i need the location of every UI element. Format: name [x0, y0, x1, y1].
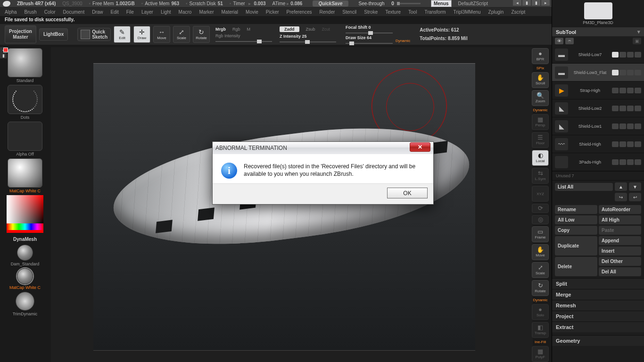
- see-through-slider[interactable]: See-through 0: [359, 1, 421, 6]
- lsym-button[interactable]: ⇆L.Sym: [532, 168, 549, 184]
- m-toggle[interactable]: M: [247, 27, 251, 32]
- shelf-prev-icon[interactable]: ◂: [513, 0, 521, 6]
- alpha-thumbnail[interactable]: [8, 122, 42, 151]
- draw-size-slider[interactable]: [346, 43, 393, 44]
- z-intensity-slider[interactable]: [280, 41, 336, 42]
- move-down-icon[interactable]: ▼: [629, 182, 641, 191]
- shelf-bar-icon[interactable]: ▮: [522, 0, 531, 6]
- menu-material[interactable]: Material: [222, 9, 239, 15]
- rotate-nav-button[interactable]: ↻Rotate: [532, 280, 549, 296]
- bpr-button[interactable]: ●BPR: [532, 48, 549, 64]
- menus-toggle[interactable]: Menus: [431, 0, 452, 7]
- focal-shift-slider[interactable]: [346, 33, 393, 33]
- menu-marker[interactable]: Marker: [199, 9, 214, 15]
- move-mode-button[interactable]: ↔Move: [153, 26, 170, 43]
- brush-thumbnail[interactable]: [8, 48, 42, 77]
- paste-button[interactable]: Paste: [599, 226, 641, 235]
- rename-button[interactable]: Rename: [555, 205, 597, 214]
- zadd-toggle[interactable]: Zadd: [280, 26, 299, 32]
- canvas-area[interactable]: [51, 47, 533, 362]
- menu-preferences[interactable]: Preferences: [287, 9, 312, 15]
- scale-nav-button[interactable]: ⤢Scale: [532, 262, 549, 278]
- scale-mode-button[interactable]: ⤢Scale: [173, 26, 190, 43]
- all-high-button[interactable]: All High: [599, 215, 641, 224]
- transp-button[interactable]: ◧Transp: [532, 322, 549, 338]
- matcap2-thumbnail[interactable]: [17, 268, 33, 284]
- draw-mode-button[interactable]: ✛Draw: [133, 26, 150, 43]
- frame-button[interactable]: ▭Frame: [532, 226, 549, 242]
- menu-zscript[interactable]: Zscript: [511, 9, 525, 15]
- menu-layer[interactable]: Layer: [141, 9, 153, 15]
- subtool-header[interactable]: SubTool▾: [552, 27, 644, 36]
- project-section[interactable]: Project: [552, 311, 644, 321]
- del-all-button[interactable]: Del All: [599, 267, 641, 276]
- projection-master-button[interactable]: Projection Master: [5, 25, 36, 43]
- stroke-thumbnail[interactable]: [8, 85, 42, 114]
- xyz-button[interactable]: XYZ: [532, 186, 549, 202]
- menu-alpha[interactable]: Alpha: [5, 9, 17, 15]
- menu-tripl3m[interactable]: Tripl3MMenu: [454, 9, 481, 15]
- solo-button[interactable]: ●Solo: [532, 304, 549, 320]
- subtool-row[interactable]: 3Pads-High: [552, 153, 644, 171]
- subtool-row[interactable]: ◣Shield-Low1: [552, 117, 644, 135]
- menu-edit[interactable]: Edit: [111, 9, 119, 15]
- move-nav-button[interactable]: ✋Move: [532, 244, 549, 260]
- subtool-row[interactable]: 〰Shield-High: [552, 135, 644, 153]
- document-frame[interactable]: [93, 63, 475, 351]
- subtool-row[interactable]: ▬Shield-Low7: [552, 46, 644, 64]
- mrgb-toggle[interactable]: Mrgb: [215, 27, 226, 32]
- menu-stencil[interactable]: Stencil: [342, 9, 356, 15]
- default-zscript[interactable]: DefaultZScript: [458, 1, 488, 6]
- menu-document[interactable]: Document: [63, 9, 85, 15]
- extract-section[interactable]: Extract: [552, 321, 644, 332]
- polyf-button[interactable]: ▦PolyF: [532, 346, 549, 362]
- draw-size-label[interactable]: Draw Size 64: [346, 35, 393, 40]
- collapse-icon[interactable]: ▾: [637, 29, 640, 35]
- copy-button[interactable]: Copy: [555, 226, 597, 235]
- subtool-row[interactable]: ◣Shield-Low2: [552, 99, 644, 117]
- local-button[interactable]: ◐Local: [532, 150, 549, 166]
- delete-button[interactable]: Delete: [555, 257, 597, 276]
- dialog-ok-button[interactable]: OK: [387, 188, 428, 198]
- duplicate-button[interactable]: Duplicate: [555, 236, 597, 255]
- zcut-toggle[interactable]: Zcut: [322, 27, 330, 32]
- subtool-row[interactable]: ▬Shield-Low3_Flat: [552, 64, 644, 82]
- trim-dynamic-thumbnail[interactable]: [16, 292, 34, 311]
- lightbox-button[interactable]: LightBox: [39, 28, 68, 41]
- eye-open-icon[interactable]: 👁: [555, 38, 563, 44]
- shelf-bar2-icon[interactable]: ▮: [532, 0, 540, 6]
- menu-render[interactable]: Render: [320, 9, 335, 15]
- material-thumbnail[interactable]: [8, 158, 42, 188]
- autoreorder-button[interactable]: AutoReorder: [599, 205, 641, 214]
- swap-down-icon[interactable]: ↩: [629, 193, 641, 201]
- merge-section[interactable]: Merge: [552, 289, 644, 300]
- menu-draw[interactable]: Draw: [92, 9, 103, 15]
- zsub-toggle[interactable]: Zsub: [306, 27, 315, 32]
- focal-shift-label[interactable]: Focal Shift 0: [346, 25, 393, 30]
- remesh-section[interactable]: Remesh: [552, 300, 644, 311]
- eye-closed-icon[interactable]: ෆ: [565, 38, 574, 44]
- menu-stroke[interactable]: Stroke: [364, 9, 378, 15]
- quick-sketch-button[interactable]: Quick Sketch: [77, 28, 111, 41]
- edit-mode-button[interactable]: ✎Edit: [114, 26, 131, 43]
- project-name[interactable]: QS_3900: [62, 1, 82, 6]
- floor-button[interactable]: ☰Floor: [532, 132, 549, 148]
- geometry-section[interactable]: Geometry: [552, 335, 644, 346]
- menu-file[interactable]: File: [126, 9, 134, 15]
- subtool-row[interactable]: ▶Strap-High: [552, 82, 644, 99]
- persp-button[interactable]: ▦Persp: [532, 114, 549, 130]
- move-up-icon[interactable]: ▲: [615, 182, 627, 191]
- menu-macro[interactable]: Macro: [179, 9, 192, 15]
- recenter-button[interactable]: ⟳: [532, 204, 549, 213]
- rgb-intensity-label[interactable]: Rgb Intensity: [215, 33, 272, 38]
- menu-color[interactable]: Color: [44, 9, 56, 15]
- fit-button[interactable]: ◎: [532, 215, 549, 224]
- menu-zplugin[interactable]: Zplugin: [488, 9, 504, 15]
- color-picker[interactable]: [7, 195, 43, 233]
- shelf-next-icon[interactable]: ▸: [541, 0, 550, 6]
- z-intensity-label[interactable]: Z Intensity 25: [280, 34, 336, 39]
- rgb-toggle[interactable]: Rgb: [232, 27, 240, 32]
- all-low-button[interactable]: All Low: [555, 215, 597, 224]
- dialog-close-button[interactable]: ✕: [410, 142, 430, 152]
- rotate-mode-button[interactable]: ↻Rotate: [193, 26, 210, 43]
